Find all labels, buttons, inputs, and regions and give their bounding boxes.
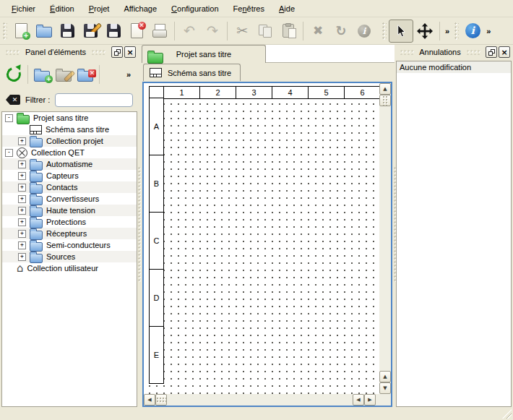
tree-item-convertisseurs[interactable]: + Convertisseurs: [2, 193, 137, 205]
resize-grip-icon[interactable]: [502, 409, 512, 419]
delete-button[interactable]: ✖: [306, 20, 329, 43]
cut-button[interactable]: ✂: [230, 20, 254, 43]
diagram-infos-button[interactable]: i: [461, 20, 484, 43]
toolbar-overflow-button[interactable]: »: [484, 27, 493, 35]
edit-category-button[interactable]: [53, 64, 74, 85]
expand-icon[interactable]: +: [18, 230, 26, 238]
expand-icon[interactable]: +: [18, 172, 26, 180]
tree-item-collection-utilisateur[interactable]: ⌂ Collection utilisateur: [2, 262, 137, 274]
toolbar-drag-handle[interactable]: [2, 22, 7, 40]
menu-edition[interactable]: Édition: [43, 1, 82, 16]
tree-item-label: Contacts: [46, 183, 77, 192]
toolbar-drag-handle[interactable]: [381, 22, 387, 40]
expand-icon[interactable]: +: [18, 253, 26, 261]
column-header: 5: [308, 86, 345, 99]
menu-configuration[interactable]: Configuration: [164, 1, 225, 16]
collections-tree: - Projet sans titre Schéma sans titre + …: [1, 111, 137, 407]
diagram-canvas[interactable]: 1 2 3 4 5 6 A B C D E: [144, 83, 379, 394]
save-icon: [61, 24, 74, 38]
delete-category-button[interactable]: ✕: [74, 64, 96, 85]
status-bar: [0, 407, 513, 420]
reload-collections-button[interactable]: [3, 64, 25, 85]
menu-projet[interactable]: Projet: [82, 1, 117, 16]
expand-icon[interactable]: +: [18, 207, 26, 215]
close-document-button[interactable]: ✕: [125, 20, 148, 43]
tree-item-collection-projet[interactable]: + Collection projet: [2, 135, 137, 147]
element-infos-button[interactable]: i: [353, 20, 376, 43]
tree-item-recepteurs[interactable]: + Récepteurs: [2, 228, 137, 239]
dock-close-button[interactable]: ×: [124, 46, 136, 58]
tree-item-label: Collection QET: [31, 148, 85, 157]
filter-input[interactable]: [55, 93, 133, 107]
redo-button[interactable]: ↷: [201, 20, 224, 43]
row-header: A: [149, 98, 164, 155]
scroll-down-button[interactable]: ▼: [379, 382, 391, 394]
plus-badge-icon: +: [22, 32, 30, 40]
save-as-button[interactable]: [79, 20, 102, 43]
toolbar-overflow-button[interactable]: »: [443, 27, 452, 35]
tree-item-haute-tension[interactable]: + Haute tension: [2, 205, 137, 216]
menu-fichier[interactable]: Fichier: [4, 1, 43, 16]
collapse-icon[interactable]: -: [5, 114, 13, 122]
print-button[interactable]: [148, 20, 171, 43]
move-mode-button[interactable]: [413, 20, 436, 43]
expand-icon[interactable]: +: [18, 184, 26, 192]
open-document-button[interactable]: [33, 20, 56, 43]
menu-fenetres[interactable]: Fenêtres: [226, 1, 272, 16]
horizontal-scroll-thumb[interactable]: [155, 394, 167, 406]
tree-item-projet-sans-titre[interactable]: - Projet sans titre: [2, 112, 137, 124]
rotate-button[interactable]: ↻: [329, 20, 353, 43]
expand-icon[interactable]: +: [18, 195, 26, 203]
tree-item-contacts[interactable]: + Contacts: [2, 181, 137, 193]
paste-button[interactable]: [277, 20, 300, 43]
vertical-scroll-thumb[interactable]: [379, 95, 391, 106]
horizontal-scrollbar[interactable]: ◀ ◀ ▶: [144, 394, 376, 406]
expand-icon[interactable]: +: [18, 160, 26, 168]
save-button[interactable]: [56, 20, 79, 43]
menu-label: rojet: [94, 4, 109, 13]
dock-close-button[interactable]: ×: [499, 46, 510, 58]
scroll-right-button[interactable]: ▶: [364, 394, 376, 406]
select-mode-button[interactable]: [389, 20, 413, 43]
scroll-left-button[interactable]: ◀: [144, 394, 155, 406]
tree-item-semi-conducteurs[interactable]: + Semi-conducteurs: [2, 239, 137, 251]
tree-item-schema-sans-titre[interactable]: Schéma sans titre: [2, 124, 137, 135]
tree-item-sources[interactable]: + Sources: [2, 251, 137, 262]
collapse-icon[interactable]: -: [5, 149, 13, 157]
copy-icon: [259, 25, 272, 38]
copy-button[interactable]: [254, 20, 277, 43]
elements-panel-header[interactable]: Panel d'éléments ×: [1, 45, 137, 59]
expand-icon[interactable]: +: [18, 218, 26, 226]
tree-item-automatisme[interactable]: + Automatisme: [2, 158, 137, 170]
undo-list-item[interactable]: Aucune modification: [397, 61, 511, 73]
close-badge-icon: ✕: [138, 22, 146, 30]
scroll-left-button[interactable]: ◀: [353, 394, 364, 406]
tree-item-protections[interactable]: + Protections: [2, 216, 137, 228]
tree-item-capteurs[interactable]: + Capteurs: [2, 170, 137, 181]
vertical-scrollbar[interactable]: ▲ ▲ ▼: [379, 83, 391, 394]
scroll-up-button[interactable]: ▲: [379, 371, 391, 382]
new-category-button[interactable]: +: [31, 64, 53, 85]
tab-schema-sans-titre[interactable]: Schéma sans titre: [143, 64, 241, 81]
undo-button[interactable]: ↶: [178, 20, 201, 43]
column-header: 2: [199, 86, 236, 99]
undo-history-list: Aucune modification: [396, 61, 512, 407]
undo-panel-header[interactable]: Annulations ×: [396, 45, 512, 59]
move-arrows-icon: [417, 23, 433, 39]
menu-aide[interactable]: Aide: [272, 1, 302, 16]
left-splitter-handle[interactable]: [137, 166, 141, 282]
new-document-button[interactable]: +: [9, 20, 33, 43]
dock-float-button[interactable]: [486, 46, 497, 58]
expand-icon[interactable]: +: [18, 241, 26, 249]
menu-affichage[interactable]: Affichage: [116, 1, 164, 16]
scroll-up-button[interactable]: ▲: [379, 83, 391, 95]
panel-overflow-button[interactable]: »: [124, 70, 133, 79]
tab-projet-sans-titre[interactable]: Projet sans titre: [142, 45, 266, 63]
clear-filter-button[interactable]: ✕: [6, 95, 20, 105]
tree-item-collection-qet[interactable]: - Collection QET: [2, 147, 137, 158]
expand-icon[interactable]: +: [18, 137, 26, 145]
dock-float-button[interactable]: [111, 46, 123, 58]
toolbar-drag-handle[interactable]: [454, 22, 459, 40]
save-all-button[interactable]: [102, 20, 125, 43]
plus-badge-icon: +: [45, 75, 53, 83]
